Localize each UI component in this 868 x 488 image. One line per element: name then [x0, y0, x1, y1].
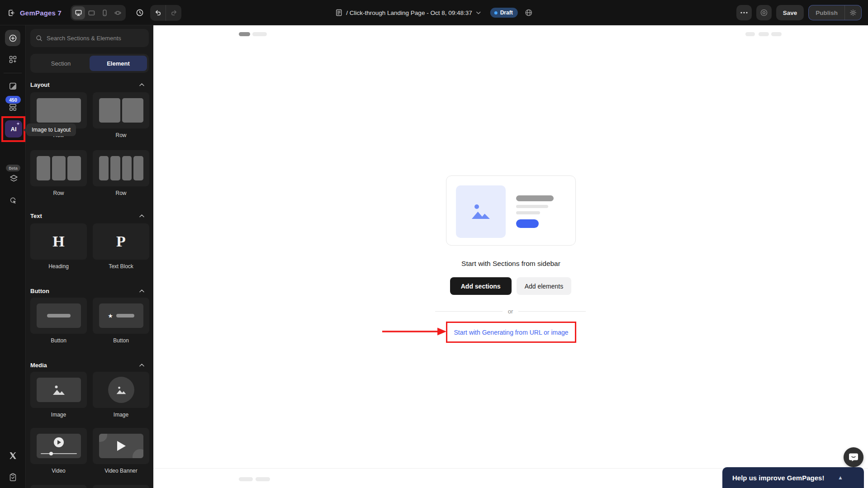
tablet-view-button[interactable] [85, 6, 98, 19]
help-banner-label: Help us improve GemPages! [732, 474, 824, 482]
element-item-text-block[interactable]: P Text Block [93, 223, 149, 270]
search-input[interactable] [47, 35, 143, 42]
undo-button[interactable] [150, 5, 166, 21]
footer-skeleton-pill [256, 477, 270, 481]
x-logo-icon[interactable] [9, 452, 17, 460]
header-skeleton-pill [759, 32, 769, 36]
sections-library-icon[interactable] [9, 55, 17, 64]
layers-icon[interactable] [9, 175, 18, 182]
mobile-view-button[interactable] [98, 6, 111, 19]
arrow-annotation [381, 327, 447, 336]
beta-badge: Beta [6, 165, 20, 171]
undo-redo-group [150, 5, 181, 21]
element-label: Button [93, 337, 149, 344]
globe-icon[interactable] [525, 9, 533, 17]
button-skeleton [516, 219, 539, 228]
element-label: Row [30, 190, 87, 196]
play-icon [37, 434, 81, 458]
text-skeleton-bar [516, 195, 554, 201]
section-header-button[interactable]: Button [30, 287, 149, 295]
chevron-up-icon[interactable] [139, 364, 144, 367]
add-sections-button[interactable]: Add sections [450, 277, 512, 295]
element-item-heading[interactable]: H Heading [30, 223, 87, 270]
top-bar: GemPages 7 [0, 0, 868, 25]
section-header-media[interactable]: Media [30, 361, 149, 369]
search-icon [36, 35, 43, 42]
publish-button-group: Publish [808, 5, 862, 20]
chat-launcher-button[interactable] [844, 447, 863, 467]
element-label: Button [30, 337, 87, 344]
ai-image-to-layout-button[interactable]: AI [5, 120, 22, 137]
clipboard-icon[interactable] [9, 473, 17, 482]
divider [435, 311, 503, 312]
exit-icon[interactable] [7, 9, 16, 17]
element-item-image-circle[interactable]: Image [93, 372, 149, 418]
text-skeleton-line [516, 205, 548, 208]
status-badge-label: Draft [500, 9, 513, 16]
tab-section[interactable]: Section [32, 56, 90, 71]
paragraph-glyph: P [116, 233, 126, 250]
chevron-up-icon[interactable] [139, 289, 144, 293]
element-label: Image [93, 412, 149, 418]
plus-icon [9, 34, 17, 43]
desktop-view-button[interactable] [72, 6, 85, 19]
editor-canvas[interactable]: Start with Sections from sidebar Add sec… [153, 25, 868, 488]
element-item-button-star[interactable]: ★ Button [93, 298, 149, 344]
empty-state-illustration [446, 175, 576, 246]
help-banner[interactable]: Help us improve GemPages! ▲ [722, 467, 864, 488]
gear-icon[interactable] [845, 5, 861, 20]
section-header-layout[interactable]: Layout [30, 81, 149, 89]
redo-button[interactable] [166, 5, 181, 21]
publish-button[interactable]: Publish [809, 5, 844, 20]
tab-element[interactable]: Element [90, 56, 147, 71]
element-label: Heading [30, 263, 87, 270]
chevron-up-icon[interactable] [139, 214, 144, 218]
top-bar-actions: Save Publish [736, 0, 862, 25]
status-badge: Draft [490, 8, 518, 18]
element-item-row-3col[interactable]: Row [30, 150, 87, 196]
element-item-video[interactable]: Video [30, 428, 87, 474]
interaction-icon[interactable] [9, 196, 17, 204]
history-icon[interactable] [136, 9, 144, 17]
save-button[interactable]: Save [776, 5, 804, 20]
search-box [30, 29, 149, 47]
page-title-group: / Click-through Landing Page - Oct 8, 09… [335, 0, 532, 25]
element-card-partial [30, 485, 87, 488]
element-item-row-2col[interactable]: Row [93, 92, 149, 138]
section-header-text[interactable]: Text [30, 212, 149, 220]
element-label: Image [30, 412, 87, 418]
image-placeholder [456, 185, 506, 238]
section-title: Button [30, 288, 49, 294]
element-item-row-4col[interactable]: Row [93, 150, 149, 196]
preview-button[interactable] [756, 5, 772, 20]
generate-from-url-link[interactable]: Start with Generating from URL or image [454, 329, 568, 336]
add-element-rail-button[interactable] [5, 30, 20, 46]
templates-icon[interactable] [9, 103, 17, 112]
add-elements-button[interactable]: Add elements [517, 277, 572, 295]
text-skeleton-line [516, 211, 540, 214]
theme-icon[interactable] [9, 82, 17, 90]
page-icon [335, 9, 342, 16]
image-icon [108, 377, 134, 403]
chat-icon [848, 452, 859, 463]
image-icon [37, 378, 81, 402]
responsive-view-button[interactable] [111, 6, 124, 19]
app-logo[interactable]: GemPages 7 [20, 9, 62, 17]
chevron-down-icon[interactable] [476, 11, 481, 14]
page-title[interactable]: / Click-through Landing Page - Oct 8, 09… [346, 9, 472, 16]
element-item-image[interactable]: Image [30, 372, 87, 418]
element-label: Text Block [93, 263, 149, 270]
element-card-partial [93, 485, 149, 488]
image-icon [470, 203, 491, 221]
element-item-button[interactable]: Button [30, 298, 87, 344]
element-item-video-banner[interactable]: Video Banner [93, 428, 149, 474]
element-label: Row [93, 190, 149, 196]
chevron-up-icon[interactable] [139, 83, 144, 86]
element-label: Row [93, 132, 149, 138]
header-skeleton-pill [745, 32, 755, 36]
empty-state-title: Start with Sections from sidebar [446, 260, 576, 268]
more-button[interactable] [736, 5, 752, 20]
draft-dot [494, 11, 498, 14]
triangle-up-icon: ▲ [838, 474, 843, 481]
image-to-layout-tooltip: Image to Layout [26, 123, 76, 136]
